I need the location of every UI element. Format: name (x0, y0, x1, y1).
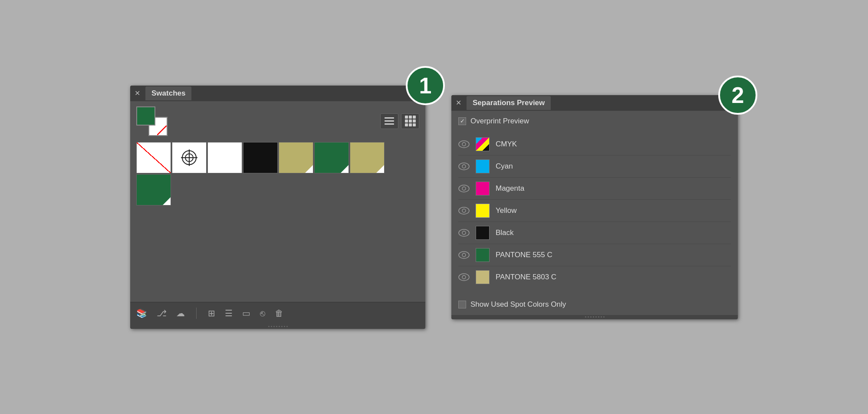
folder-icon[interactable]: ▭ (242, 308, 250, 318)
list-view-icon (385, 117, 394, 125)
crosshair-icon (181, 149, 197, 166)
cmyk-swatch (476, 137, 490, 151)
swatch-registration[interactable] (172, 142, 207, 173)
svg-point-2 (462, 142, 466, 146)
new-swatch-icon[interactable]: ⊞ (208, 308, 215, 318)
gcell (413, 123, 416, 126)
separations-close-button[interactable]: ✕ (456, 99, 461, 106)
swatch-pantone555[interactable] (314, 142, 349, 173)
grip-dot (585, 316, 586, 318)
share-icon[interactable]: ⎇ (157, 308, 167, 318)
gcell (409, 123, 412, 126)
list-swatch-icon[interactable]: ☰ (225, 308, 233, 318)
separations-titlebar: ✕ Separations Preview (451, 95, 738, 111)
grip-dot (268, 326, 270, 327)
grip-dot (284, 326, 285, 327)
swatch-none[interactable] (136, 142, 171, 173)
svg-point-13 (459, 274, 469, 281)
swatches-panel: ✕ Swatches (130, 86, 425, 329)
swatches-close-button[interactable]: ✕ (135, 90, 140, 97)
grip-dot (593, 316, 594, 318)
delete-icon[interactable]: 🗑 (275, 308, 283, 318)
swatches-top-row (136, 106, 419, 136)
libraries-icon[interactable]: 📚 (136, 308, 147, 318)
svg-point-1 (459, 141, 469, 148)
eye-icon-svg (458, 273, 470, 281)
sep-row-cmyk[interactable]: CMYK (458, 133, 731, 156)
svg-point-9 (459, 229, 469, 236)
grip-dot (598, 316, 599, 318)
sep-label-yellow: Yellow (496, 206, 731, 215)
swatches-footer: 📚 ⎇ ☁ ⊞ ☰ ▭ ⎋ 🗑 (130, 302, 425, 325)
swatch-corner-indicator (376, 165, 384, 173)
swatch-white[interactable] (207, 142, 242, 173)
svg-point-6 (462, 187, 466, 190)
gcell (405, 123, 408, 126)
grid-view-button[interactable] (401, 113, 419, 129)
sep-row-cyan[interactable]: Cyan (458, 156, 731, 178)
eye-icon-svg (458, 207, 470, 215)
cloud-icon[interactable]: ☁ (176, 308, 185, 318)
swatches-content (130, 101, 425, 302)
black-swatch (476, 226, 490, 240)
fg-bg-indicator[interactable] (136, 106, 168, 136)
badge-2: 2 (718, 76, 757, 115)
eye-pantone5803[interactable] (458, 273, 470, 282)
grip-dot (276, 326, 277, 327)
list-view-button[interactable] (380, 113, 398, 129)
svg-point-5 (459, 185, 469, 192)
gcell (413, 119, 416, 123)
separations-list: CMYK Cyan (458, 133, 731, 288)
swatch-pantone5803[interactable] (279, 142, 313, 173)
sep-row-yellow[interactable]: Yellow (458, 200, 731, 222)
grip-dot (286, 326, 288, 327)
gcell (409, 119, 412, 123)
sep-label-cyan: Cyan (496, 162, 731, 171)
eye-black[interactable] (458, 229, 470, 237)
swatches-panel-wrapper: 1 ✕ Swatches (130, 86, 425, 329)
sep-row-magenta[interactable]: Magenta (458, 178, 731, 200)
eye-magenta[interactable] (458, 184, 470, 193)
swatches-grid (136, 142, 419, 205)
swatch-pantone555b[interactable] (136, 174, 171, 205)
relink-icon[interactable]: ⎋ (260, 308, 265, 318)
grip-dot (603, 316, 605, 318)
show-spot-row: Show Used Spot Colors Only (458, 294, 731, 309)
grip-dot (273, 326, 275, 327)
swatch-corner-indicator (341, 165, 349, 173)
badge-1: 1 (406, 66, 445, 105)
sep-row-pantone5803[interactable]: PANTONE 5803 C (458, 266, 731, 288)
hline1 (385, 117, 394, 119)
eye-yellow[interactable] (458, 206, 470, 215)
svg-point-7 (459, 207, 469, 214)
separations-panel-wrapper: 2 ✕ Separations Preview ✓ Overprint Prev… (451, 95, 738, 319)
pantone5803-swatch (476, 270, 490, 284)
sep-label-black: Black (496, 229, 731, 237)
grip-dot (279, 326, 280, 327)
svg-point-12 (462, 253, 466, 257)
swatches-title-tab: Swatches (145, 86, 191, 100)
crosshair-outer-circle (182, 150, 197, 165)
show-spot-checkbox[interactable] (458, 301, 466, 308)
swatch-pantone5803b[interactable] (350, 142, 385, 173)
none-slash-icon (157, 126, 167, 135)
swatch-corner-indicator (163, 197, 171, 205)
separations-panel: ✕ Separations Preview ✓ Overprint Previe… (451, 95, 738, 319)
grip-dots (268, 326, 288, 327)
swatch-black[interactable] (243, 142, 278, 173)
cyan-swatch (476, 159, 490, 173)
overprint-row: ✓ Overprint Preview (458, 117, 731, 126)
eye-cmyk[interactable] (458, 140, 470, 149)
sep-row-black[interactable]: Black (458, 222, 731, 244)
eye-pantone555[interactable] (458, 251, 470, 259)
sep-row-pantone555[interactable]: PANTONE 555 C (458, 244, 731, 266)
separations-content: ✓ Overprint Preview CMYK (451, 111, 738, 315)
grip-dot (588, 316, 589, 318)
eye-cyan[interactable] (458, 162, 470, 171)
svg-point-10 (462, 231, 466, 235)
overprint-checkbox[interactable]: ✓ (458, 117, 466, 125)
eye-icon-svg (458, 162, 470, 170)
eye-icon-svg (458, 140, 470, 148)
yellow-swatch (476, 204, 490, 218)
foreground-color-box[interactable] (136, 106, 155, 126)
